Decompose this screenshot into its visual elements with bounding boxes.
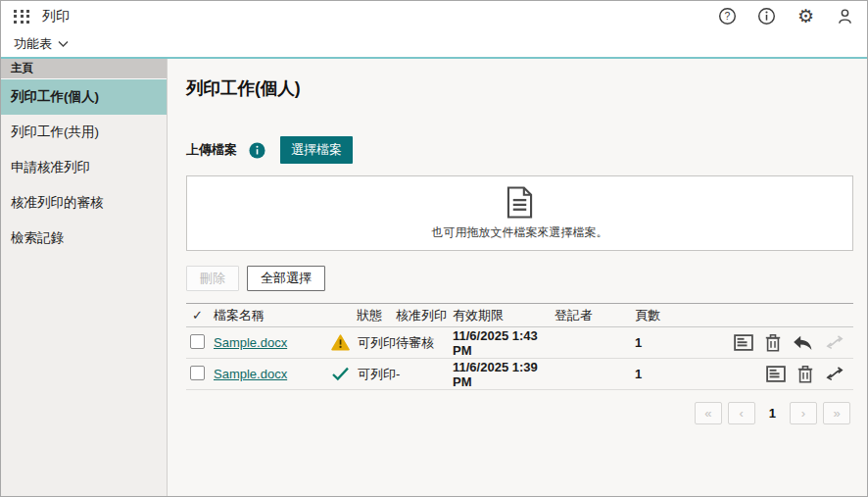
row-checkbox[interactable] — [190, 334, 205, 349]
table-row: Sample.docx 可列印 待審核 11/6/2025 1:43 PM 1 — [186, 327, 853, 359]
transfer-icon — [825, 335, 844, 350]
pagination: « ‹ 1 › » — [186, 402, 853, 424]
file-name-link[interactable]: Sample.docx — [214, 367, 287, 381]
first-page-button[interactable]: « — [695, 402, 722, 424]
sidebar: 主頁 列印工作(個人) 列印工作(共用) 申請核准列印 核准列印的審核 檢索記錄 — [1, 59, 168, 497]
svg-text:?: ? — [725, 11, 731, 22]
prev-page-button[interactable]: ‹ — [728, 402, 755, 424]
sidebar-item-print-jobs-shared[interactable]: 列印工作(共用) — [1, 115, 167, 150]
table-header: ✓ 檔案名稱 狀態 核准列印 有效期限 登記者 頁數 — [186, 303, 853, 327]
column-file-name: 檔案名稱 — [214, 307, 331, 324]
menu-label: 功能表 — [14, 35, 52, 53]
dropzone-hint-text: 也可用拖放文件檔案來選擇檔案。 — [432, 224, 608, 241]
gear-icon[interactable]: ⚙ — [796, 7, 815, 25]
table-row: Sample.docx 可列印 - 11/6/2025 1:39 PM 1 — [186, 359, 853, 390]
last-page-button[interactable]: » — [823, 402, 850, 424]
column-expiry: 有效期限 — [453, 307, 555, 324]
select-all-button[interactable]: 全部選擇 — [247, 266, 325, 291]
transfer-icon[interactable] — [825, 367, 844, 381]
delete-button[interactable]: 刪除 — [186, 266, 239, 291]
app-window: 列印 ? ⚙ 功能表 主頁 列印工作(個人) 列印工作(共用) 申請核准列印 — [0, 0, 868, 497]
undo-icon[interactable] — [793, 335, 813, 351]
approval-text: - — [396, 367, 453, 381]
choose-file-button[interactable]: 選擇檔案 — [280, 136, 353, 164]
user-icon[interactable] — [836, 7, 854, 25]
row-checkbox[interactable] — [190, 366, 205, 380]
info-icon[interactable] — [757, 7, 776, 25]
topbar-actions: ? ⚙ — [718, 7, 854, 25]
upload-label: 上傳檔案 — [186, 141, 237, 159]
main-content: 列印工作(個人) 上傳檔案 選擇檔案 也可用拖放文件檔案來選擇檔案。 — [168, 59, 867, 497]
menu-bar: 功能表 — [1, 31, 867, 57]
info-circle-icon[interactable] — [249, 142, 265, 159]
page-title: 列印工作(個人) — [186, 76, 853, 100]
pages-text: 1 — [635, 335, 674, 350]
trash-icon[interactable] — [797, 365, 813, 383]
upload-row: 上傳檔案 選擇檔案 — [186, 136, 853, 164]
approval-text: 待審核 — [396, 334, 453, 352]
grid-menu-icon[interactable] — [14, 10, 30, 24]
sidebar-item-request-approval[interactable]: 申請核准列印 — [1, 150, 167, 185]
pages-text: 1 — [635, 367, 674, 381]
note-icon[interactable] — [734, 334, 753, 351]
help-icon[interactable]: ? — [718, 7, 737, 25]
chevron-down-icon — [58, 40, 69, 48]
sidebar-section-home: 主頁 — [1, 59, 167, 79]
warning-icon — [331, 334, 350, 351]
document-icon — [506, 186, 533, 219]
check-icon — [331, 367, 350, 381]
file-dropzone[interactable]: 也可用拖放文件檔案來選擇檔案。 — [186, 175, 853, 251]
next-page-button[interactable]: › — [790, 402, 817, 424]
expiry-text: 11/6/2025 1:39 PM — [453, 360, 555, 389]
trash-icon[interactable] — [765, 333, 781, 352]
sidebar-item-review-approvals[interactable]: 核准列印的審核 — [1, 185, 167, 221]
note-icon[interactable] — [766, 366, 786, 382]
column-status: 狀態 — [331, 307, 396, 324]
status-text: 可列印 — [358, 334, 396, 352]
column-pages: 頁數 — [635, 307, 674, 324]
app-title: 列印 — [42, 8, 70, 25]
sidebar-item-print-jobs-personal[interactable]: 列印工作(個人) — [1, 79, 167, 115]
top-bar: 列印 ? ⚙ — [1, 1, 867, 31]
column-approval: 核准列印 — [396, 307, 453, 324]
status-text: 可列印 — [358, 366, 396, 383]
expiry-text: 11/6/2025 1:43 PM — [453, 328, 555, 358]
column-registrant: 登記者 — [555, 307, 635, 324]
list-toolbar: 刪除 全部選擇 — [186, 266, 853, 291]
sidebar-item-search-logs[interactable]: 檢索記錄 — [1, 221, 167, 256]
column-select: ✓ — [186, 308, 214, 323]
menu-dropdown[interactable]: 功能表 — [14, 35, 69, 53]
current-page-number: 1 — [769, 406, 776, 421]
file-name-link[interactable]: Sample.docx — [214, 335, 287, 350]
